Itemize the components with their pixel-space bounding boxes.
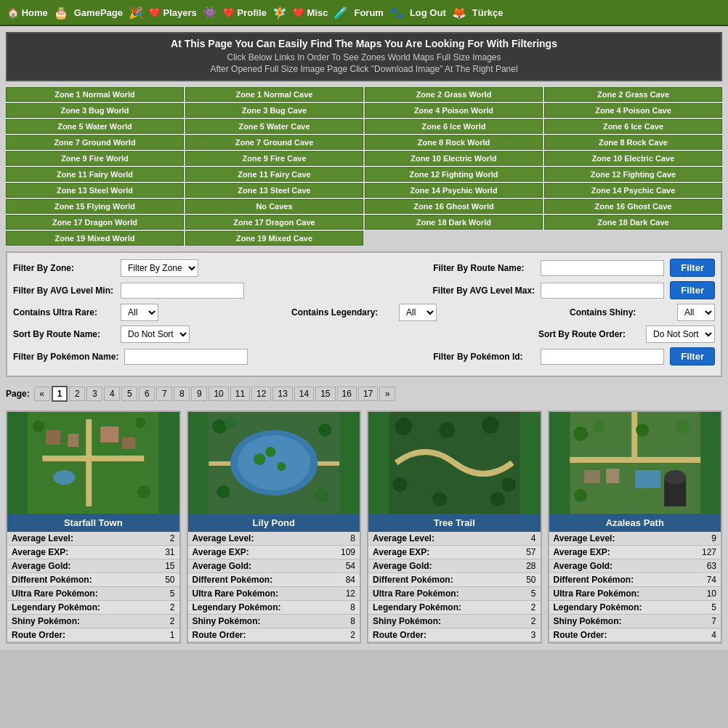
page-btn-8[interactable]: 8: [174, 387, 190, 401]
filter-sort-order-label: Sort By Route Order:: [538, 329, 640, 339]
filter-route-name-input[interactable]: [541, 260, 664, 276]
svg-rect-45: [584, 470, 600, 483]
page-btn-14[interactable]: 14: [294, 387, 314, 401]
page-btn-9[interactable]: 9: [191, 387, 207, 401]
page-btn-4[interactable]: 4: [104, 387, 120, 401]
zone-link-35[interactable]: Zone 18 Dark Cave: [544, 215, 722, 230]
page-btn-11[interactable]: 11: [230, 387, 250, 401]
table-row: Average EXP:127: [549, 546, 721, 559]
zone-link-8[interactable]: Zone 5 Water World: [6, 119, 184, 134]
page-btn-12[interactable]: 12: [251, 387, 271, 401]
zone-link-11[interactable]: Zone 6 Ice Cave: [544, 119, 722, 134]
page-btn-5[interactable]: 5: [121, 387, 137, 401]
zone-link-21[interactable]: Zone 11 Fairy Cave: [185, 167, 363, 182]
zone-link-16[interactable]: Zone 9 Fire World: [6, 151, 184, 166]
filter-btn-1[interactable]: Filter: [670, 259, 715, 277]
stat-value: 74: [687, 573, 721, 587]
page-btn-17[interactable]: 17: [358, 387, 378, 401]
stat-label: Average Level:: [188, 532, 327, 546]
table-row: Average Gold:63: [549, 559, 721, 573]
zone-link-15[interactable]: Zone 8 Rock Cave: [544, 135, 722, 150]
card-map-1[interactable]: [188, 412, 360, 514]
table-row: Shiny Pokémon:7: [549, 615, 721, 628]
filter-legendary-select[interactable]: AllYesNo: [399, 304, 437, 321]
stat-label: Route Order:: [188, 628, 327, 642]
filter-shiny-select[interactable]: AllYesNo: [677, 304, 715, 321]
zone-link-34[interactable]: Zone 18 Dark World: [365, 215, 543, 230]
nav-players[interactable]: ❤️ Players: [145, 4, 201, 21]
stat-label: Average EXP:: [7, 546, 152, 559]
table-row: Different Pokémon:84: [188, 573, 360, 587]
page-btn-6[interactable]: 6: [139, 387, 155, 401]
stat-value: 15: [152, 559, 179, 573]
card-map-3[interactable]: [549, 412, 721, 514]
page-btn-7[interactable]: 7: [156, 387, 172, 401]
zone-link-25[interactable]: Zone 13 Steel Cave: [185, 183, 363, 198]
zone-link-32[interactable]: Zone 17 Dragon World: [6, 215, 184, 230]
zone-link-26[interactable]: Zone 14 Psychic World: [365, 183, 543, 198]
zone-link-20[interactable]: Zone 11 Fairy World: [6, 167, 184, 182]
zone-link-24[interactable]: Zone 13 Steel World: [6, 183, 184, 198]
page-btn-1[interactable]: 1: [52, 386, 68, 402]
zone-link-4[interactable]: Zone 3 Bug World: [6, 103, 184, 118]
zone-link-19[interactable]: Zone 10 Electric Cave: [544, 151, 722, 166]
zone-link-13[interactable]: Zone 7 Ground Cave: [185, 135, 363, 150]
card-map-2[interactable]: [368, 412, 541, 514]
zone-link-30[interactable]: Zone 16 Ghost World: [365, 199, 543, 214]
nav-gamepage[interactable]: GamePage: [70, 4, 127, 21]
page-btn-«[interactable]: «: [34, 387, 50, 401]
zone-link-6[interactable]: Zone 4 Poison World: [365, 103, 543, 118]
nav-turkce[interactable]: Türkçe: [468, 4, 508, 21]
zone-link-27[interactable]: Zone 14 Psychic Cave: [544, 183, 722, 198]
zone-link-37[interactable]: Zone 19 Mixed Cave: [185, 231, 363, 246]
filter-zone-select[interactable]: Filter By Zone: [121, 259, 198, 277]
filter-btn-2[interactable]: Filter: [670, 281, 715, 299]
zone-link-9[interactable]: Zone 5 Water Cave: [185, 119, 363, 134]
nav-misc[interactable]: ❤️ Misc: [288, 4, 333, 21]
page-btn-2[interactable]: 2: [69, 387, 85, 401]
filter-btn-3[interactable]: Filter: [670, 347, 715, 365]
stat-label: Shiny Pokémon:: [549, 615, 688, 628]
stat-label: Shiny Pokémon:: [7, 615, 152, 628]
zone-link-10[interactable]: Zone 6 Ice World: [365, 119, 543, 134]
zone-link-22[interactable]: Zone 12 Fighting World: [365, 167, 543, 182]
page-btn-3[interactable]: 3: [86, 387, 102, 401]
nav-logout[interactable]: Log Out: [405, 4, 450, 21]
zone-link-36[interactable]: Zone 19 Mixed World: [6, 231, 184, 246]
zone-link-12[interactable]: Zone 7 Ground World: [6, 135, 184, 150]
filter-ultra-select[interactable]: AllYesNo: [121, 304, 158, 321]
nav-icon-5: 🧪: [333, 6, 348, 20]
filter-pokemon-name-input[interactable]: [124, 349, 248, 365]
zone-link-29[interactable]: No Caves: [185, 199, 363, 214]
zone-link-33[interactable]: Zone 17 Dragon Cave: [185, 215, 363, 230]
page-btn-16[interactable]: 16: [337, 387, 357, 401]
zone-link-14[interactable]: Zone 8 Rock World: [365, 135, 543, 150]
zone-link-23[interactable]: Zone 12 Fighting Cave: [544, 167, 722, 182]
zone-link-7[interactable]: Zone 4 Poison Cave: [544, 103, 722, 118]
zone-link-0[interactable]: Zone 1 Normal World: [6, 87, 184, 102]
filter-sort-name-select[interactable]: Do Not SortA-ZZ-A: [121, 325, 190, 343]
nav-profile[interactable]: ❤️ Profile: [219, 4, 271, 21]
page-btn-10[interactable]: 10: [209, 387, 228, 401]
page-btn-»[interactable]: »: [379, 387, 395, 401]
zone-link-18[interactable]: Zone 10 Electric World: [365, 151, 543, 166]
filter-avg-min-input[interactable]: [121, 283, 244, 299]
zone-link-5[interactable]: Zone 3 Bug Cave: [185, 103, 363, 118]
nav-forum[interactable]: Forum: [349, 4, 387, 21]
svg-rect-52: [635, 470, 660, 488]
page-btn-13[interactable]: 13: [272, 387, 292, 401]
filter-sort-order-select[interactable]: Do Not SortAscDesc: [646, 325, 715, 343]
stat-label: Average Gold:: [549, 559, 688, 573]
table-row: Ultra Rare Pokémon:5: [7, 587, 179, 601]
card-map-0[interactable]: [7, 412, 179, 514]
nav-home[interactable]: 🏠 Home: [3, 4, 52, 21]
zone-link-17[interactable]: Zone 9 Fire Cave: [185, 151, 363, 166]
filter-pokemon-id-input[interactable]: [541, 349, 664, 365]
zone-link-1[interactable]: Zone 1 Normal Cave: [185, 87, 363, 102]
filter-avg-max-input[interactable]: [541, 283, 664, 299]
zone-link-31[interactable]: Zone 16 Ghost Cave: [544, 199, 722, 214]
zone-link-3[interactable]: Zone 2 Grass Cave: [544, 87, 722, 102]
zone-link-2[interactable]: Zone 2 Grass World: [365, 87, 543, 102]
page-btn-15[interactable]: 15: [315, 387, 335, 401]
zone-link-28[interactable]: Zone 15 Flying World: [6, 199, 184, 214]
